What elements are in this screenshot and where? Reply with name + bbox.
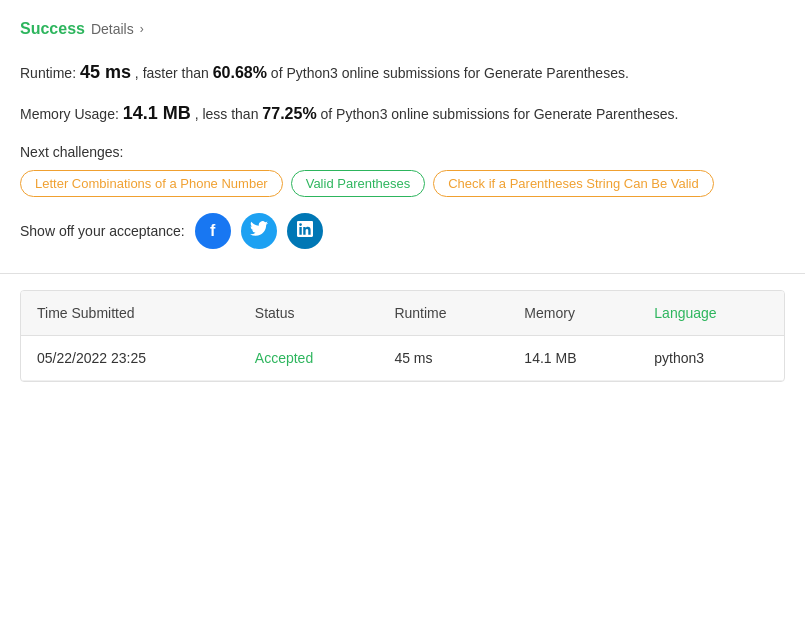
facebook-icon: f	[210, 222, 215, 240]
memory-label-prefix: Memory Usage:	[20, 106, 119, 122]
details-link[interactable]: Details	[91, 21, 134, 37]
breadcrumb-arrow: ›	[140, 22, 144, 36]
twitter-button[interactable]	[241, 213, 277, 249]
table-header-row: Time Submitted Status Runtime Memory Lan…	[21, 291, 784, 336]
facebook-button[interactable]: f	[195, 213, 231, 249]
challenge-tag-check[interactable]: Check if a Parentheses String Can Be Val…	[433, 170, 714, 197]
cell-language: python3	[638, 335, 784, 380]
runtime-label-prefix: Runtime:	[20, 65, 76, 81]
next-challenges-label: Next challenges:	[20, 144, 785, 160]
main-container: Success Details › Runtime: 45 ms , faste…	[0, 0, 805, 249]
runtime-stat: Runtime: 45 ms , faster than 60.68% of P…	[20, 58, 785, 87]
breadcrumb: Success Details ›	[20, 20, 785, 38]
success-label: Success	[20, 20, 85, 38]
linkedin-icon	[297, 221, 313, 241]
col-header-runtime: Runtime	[378, 291, 508, 336]
memory-value: 14.1 MB	[123, 103, 191, 123]
col-header-memory: Memory	[508, 291, 638, 336]
section-divider	[0, 273, 805, 274]
col-header-time: Time Submitted	[21, 291, 239, 336]
submissions-table-wrapper: Time Submitted Status Runtime Memory Lan…	[20, 290, 785, 382]
cell-runtime: 45 ms	[378, 335, 508, 380]
challenge-tag-letter[interactable]: Letter Combinations of a Phone Number	[20, 170, 283, 197]
twitter-icon	[250, 221, 268, 240]
memory-percent: 77.25%	[262, 105, 316, 122]
submissions-table: Time Submitted Status Runtime Memory Lan…	[21, 291, 784, 381]
runtime-label-middle: , faster than	[135, 65, 209, 81]
memory-label-middle: , less than	[195, 106, 259, 122]
cell-time: 05/22/2022 23:25	[21, 335, 239, 380]
col-header-language: Language	[638, 291, 784, 336]
challenge-tags-container: Letter Combinations of a Phone Number Va…	[20, 170, 785, 197]
cell-status: Accepted	[239, 335, 379, 380]
stats-section: Runtime: 45 ms , faster than 60.68% of P…	[20, 58, 785, 128]
runtime-label-suffix: of Python3 online submissions for Genera…	[271, 65, 629, 81]
challenge-tag-valid[interactable]: Valid Parentheses	[291, 170, 426, 197]
memory-label-suffix: of Python3 online submissions for Genera…	[321, 106, 679, 122]
runtime-percent: 60.68%	[213, 64, 267, 81]
cell-memory: 14.1 MB	[508, 335, 638, 380]
social-section: Show off your acceptance: f	[20, 213, 785, 249]
table-row: 05/22/2022 23:25 Accepted 45 ms 14.1 MB …	[21, 335, 784, 380]
social-label: Show off your acceptance:	[20, 223, 185, 239]
memory-stat: Memory Usage: 14.1 MB , less than 77.25%…	[20, 99, 785, 128]
linkedin-button[interactable]	[287, 213, 323, 249]
next-challenges-section: Next challenges: Letter Combinations of …	[20, 144, 785, 197]
col-header-status: Status	[239, 291, 379, 336]
runtime-value: 45 ms	[80, 62, 131, 82]
